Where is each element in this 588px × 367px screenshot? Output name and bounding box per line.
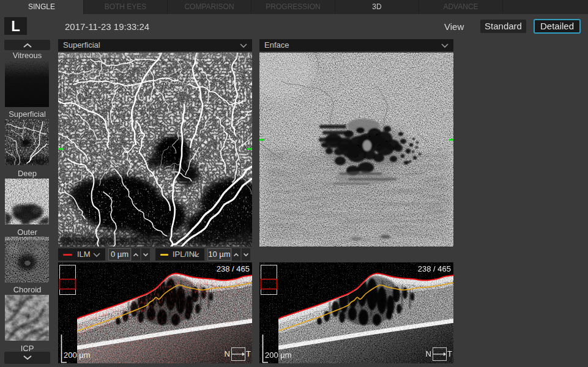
svg-text:200 µm: 200 µm (265, 350, 292, 360)
svg-text:238 / 465: 238 / 465 (418, 264, 451, 273)
svg-text:T: T (246, 349, 251, 358)
svg-text:N: N (225, 349, 230, 358)
svg-text:T: T (447, 349, 452, 358)
svg-text:0.003 PL INR 11 1H: 0.003 PL INR 11 1H (61, 53, 121, 59)
svg-text:238 / 465: 238 / 465 (217, 264, 250, 273)
svg-text:N: N (426, 349, 431, 358)
svg-text:200 µm: 200 µm (64, 350, 91, 360)
